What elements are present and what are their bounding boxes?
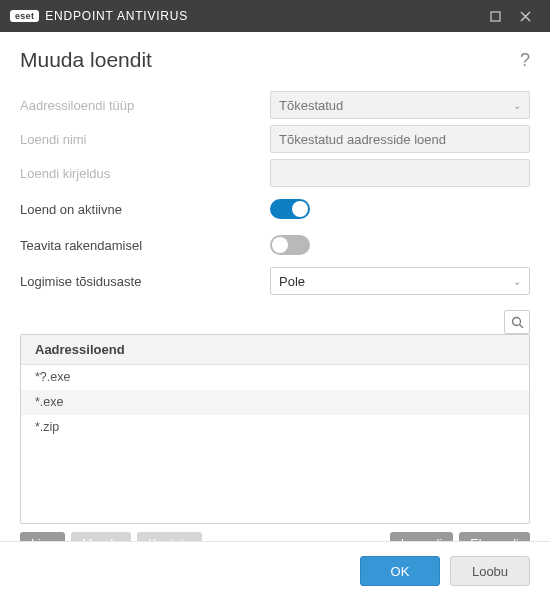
type-value: Tõkestatud xyxy=(279,98,343,113)
svg-rect-0 xyxy=(491,12,500,21)
desc-label: Loendi kirjeldus xyxy=(20,166,270,181)
list-item[interactable]: *?.exe xyxy=(21,365,529,390)
search-icon xyxy=(511,316,524,329)
desc-input xyxy=(270,159,530,187)
name-label: Loendi nimi xyxy=(20,132,270,147)
severity-label: Logimise tõsidusaste xyxy=(20,274,270,289)
name-value: Tõkestatud aadresside loend xyxy=(279,132,446,147)
titlebar: eset ENDPOINT ANTIVIRUS xyxy=(0,0,550,32)
severity-value: Pole xyxy=(279,274,305,289)
page-title: Muuda loendit xyxy=(20,48,520,72)
window-close-button[interactable] xyxy=(510,0,540,32)
notify-label: Teavita rakendamisel xyxy=(20,238,270,253)
list-item[interactable]: *.zip xyxy=(21,415,529,440)
chevron-down-icon: ⌄ xyxy=(513,276,521,287)
svg-point-1 xyxy=(512,317,520,325)
footer: OK Loobu xyxy=(0,541,550,600)
window-maximize-button[interactable] xyxy=(480,0,510,32)
active-toggle[interactable] xyxy=(270,199,310,219)
search-button[interactable] xyxy=(504,310,530,334)
brand-badge: eset xyxy=(10,10,39,22)
chevron-down-icon: ⌄ xyxy=(513,100,521,111)
type-select: Tõkestatud ⌄ xyxy=(270,91,530,119)
address-list[interactable]: Aadressiloend *?.exe *.exe *.zip xyxy=(20,334,530,524)
cancel-button[interactable]: Loobu xyxy=(450,556,530,586)
list-item[interactable]: *.exe xyxy=(21,390,529,415)
name-input: Tõkestatud aadresside loend xyxy=(270,125,530,153)
severity-select[interactable]: Pole ⌄ xyxy=(270,267,530,295)
type-label: Aadressiloendi tüüp xyxy=(20,98,270,113)
brand-text: ENDPOINT ANTIVIRUS xyxy=(45,9,188,23)
list-header: Aadressiloend xyxy=(21,335,529,365)
active-label: Loend on aktiivne xyxy=(20,202,270,217)
help-icon[interactable]: ? xyxy=(520,50,530,71)
notify-toggle[interactable] xyxy=(270,235,310,255)
ok-button[interactable]: OK xyxy=(360,556,440,586)
svg-line-2 xyxy=(519,324,523,328)
